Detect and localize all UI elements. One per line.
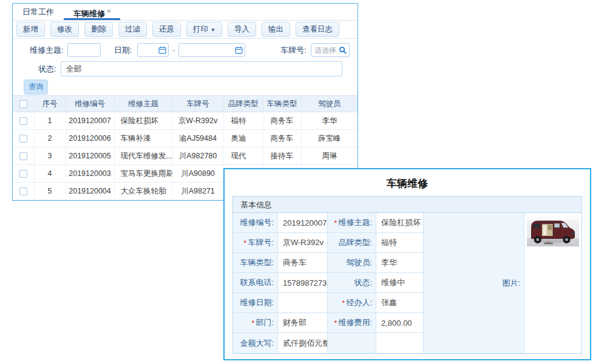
table-row[interactable]: 1 2019120007 保险杠损坏 京W-R392v 福特 商务车 李华 [13,112,358,130]
form-label-cell: * 经办人: [328,293,376,313]
import-button[interactable]: 导入 [228,22,256,37]
date-to-input[interactable] [182,46,235,55]
page: 日常工作 车辆维修× 新增 修改 删除 过滤 还原 打印▼ 导入 输出 查看日志… [0,0,607,364]
cell-no: 3 [34,147,66,165]
search-icon[interactable] [339,46,347,55]
cell-plate[interactable]: 川A982780 [172,147,223,165]
cell-brand: 奥迪 [223,130,263,147]
row-checkbox[interactable] [19,187,27,195]
col-brand: 品牌类型 [223,96,263,112]
form-value-cell[interactable]: 京W-R392v [278,233,328,253]
filter-row-1: 维修主题: 日期: - [13,43,358,57]
cell-plate[interactable]: 川A90890 [172,165,223,183]
cell-subject[interactable]: 宝马车更换雨刷 [114,165,172,183]
plate-filter-field[interactable] [311,43,350,57]
form-label-cell: 状态: [328,273,376,293]
date-filter-label: 日期: [114,45,132,56]
status-select[interactable]: 全部 [61,61,342,76]
form-value-cell[interactable]: 2,800.00 [376,313,424,333]
tab-vehicle-maintenance[interactable]: 车辆维修× [64,4,120,20]
form-label-cell: 维修编号: [233,213,278,233]
filter-button[interactable]: 过滤 [118,22,147,37]
table-row[interactable]: 2 2019120006 车辆补漆 渝AJ59484 奥迪 商务车 薛宝峰 [13,130,358,147]
cell-subject[interactable]: 车辆补漆 [114,130,172,147]
cell-repair-code[interactable]: 2019120005 [66,147,114,165]
vehicle-photo-cell [524,213,582,353]
detail-window: 车辆维修 基本信息 图片: [223,168,591,360]
form-value-cell[interactable]: 财务部 [278,313,328,333]
date-from-input[interactable] [141,46,158,55]
cell-brand: 福特 [223,112,263,130]
subject-filter-input[interactable] [67,43,101,57]
form-value-cell[interactable]: 李华 [376,253,424,273]
date-to-field[interactable] [178,43,245,57]
cell-plate[interactable]: 京W-R392v [172,112,223,130]
plate-input[interactable] [314,46,339,55]
form-label-cell [328,333,376,353]
section-header: 基本信息 [233,197,582,213]
detail-form: 图片: [233,213,582,353]
tab-label: 车辆维修 [73,9,105,18]
form-label-cell: 驾驶员: [328,253,376,273]
add-button[interactable]: 新增 [16,22,45,37]
calendar-icon[interactable] [235,46,243,54]
query-button[interactable]: 查询 [24,79,48,95]
cell-repair-code[interactable]: 2019120004 [66,183,114,200]
subject-input[interactable] [71,46,98,55]
form-value-cell[interactable] [278,293,328,313]
form-value-cell[interactable]: 2019120007 [278,213,328,233]
edit-button[interactable]: 修改 [50,22,79,37]
view-log-button[interactable]: 查看日志 [296,22,339,37]
date-from-field[interactable] [137,43,169,57]
cell-driver[interactable]: 周琳 [301,147,358,165]
cell-repair-code[interactable]: 2019120007 [66,112,114,130]
row-checkbox[interactable] [19,152,27,160]
row-checkbox[interactable] [19,135,27,143]
form-label: 车辆类型: [240,257,274,268]
form-value-cell[interactable]: 商务车 [278,253,328,273]
form-value-cell[interactable]: 保险杠损坏 [376,213,424,233]
cell-subject[interactable]: 现代车维修发... [114,147,172,165]
calendar-icon[interactable] [158,46,166,54]
table-row[interactable]: 3 2019120005 现代车维修发... 川A982780 现代 接待车 周… [13,147,358,165]
status-filter-label: 状态: [38,64,56,75]
export-button[interactable]: 输出 [262,22,290,37]
form-value-cell[interactable]: 15789872736 [278,273,328,293]
select-all-checkbox[interactable] [19,100,27,108]
row-checkbox[interactable] [19,117,27,125]
cell-subject[interactable]: 保险杠损坏 [114,112,172,130]
form-label-cell: * 维修费用: [328,313,376,333]
cell-repair-code[interactable]: 2019120003 [66,165,114,183]
form-value-cell[interactable]: 贰仟捌佰元整 [278,333,328,353]
subject-filter-label: 维修主题: [30,45,64,56]
form-label: 状态: [354,277,372,288]
tab-daily-work[interactable]: 日常工作 [13,4,64,20]
print-button[interactable]: 打印▼ [186,22,222,37]
cell-plate[interactable]: 渝AJ59484 [172,130,223,147]
cell-driver[interactable]: 薛宝峰 [301,130,358,147]
restore-button[interactable]: 还原 [152,22,181,37]
delete-button[interactable]: 删除 [84,22,113,37]
form-value-cell[interactable]: 福特 [376,233,424,253]
cell-plate[interactable]: 川A98271 [172,183,223,200]
form-label-cell: * 部门: [233,313,278,333]
form-label-cell: * 车牌号: [233,233,278,253]
cell-driver[interactable]: 李华 [301,112,358,130]
form-label-cell: * 维修主题: [328,213,376,233]
cell-vehicle-type: 商务车 [263,130,301,147]
row-checkbox[interactable] [19,170,27,178]
cell-vehicle-type: 接待车 [263,147,301,165]
form-value-cell[interactable]: 张鑫 [376,293,424,313]
cell-repair-code[interactable]: 2019120006 [66,130,114,147]
form-value-cell[interactable]: 维修中 [376,273,424,293]
form-label: 维修费用: [338,317,372,328]
cell-subject[interactable]: 大众车换轮胎 [114,183,172,200]
form-label: 驾驶员: [346,257,372,268]
image-label-text: 图片: [502,278,520,289]
form-value-cell[interactable] [376,333,424,353]
vehicle-photo[interactable] [527,215,579,248]
col-subject: 维修主题 [114,96,172,112]
close-tab-icon[interactable]: × [107,7,110,15]
required-mark: * [251,318,254,328]
form-label: 经办人: [346,297,372,308]
